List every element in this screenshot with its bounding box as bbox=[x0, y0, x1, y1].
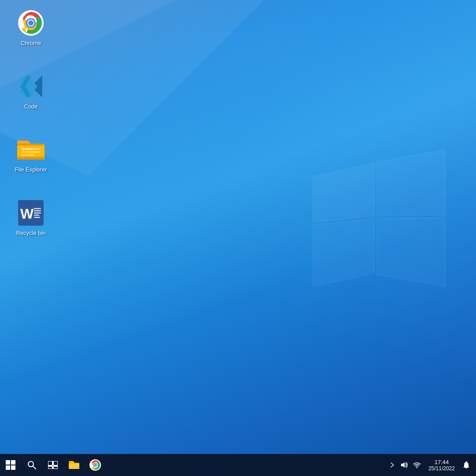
desktop: Chrome Code bbox=[0, 0, 476, 476]
clock-area[interactable]: 17:44 25/11/2022 bbox=[425, 459, 458, 472]
svg-marker-2 bbox=[313, 218, 375, 286]
wifi-icon[interactable] bbox=[413, 461, 421, 469]
recycle-bin-icon-desktop[interactable]: W Recycle bin bbox=[9, 194, 53, 240]
recycle-bin-label: Recycle bin bbox=[16, 230, 45, 237]
svg-marker-3 bbox=[377, 217, 445, 286]
volume-icon[interactable] bbox=[400, 461, 409, 469]
clock-time: 17:44 bbox=[435, 459, 449, 465]
svg-rect-32 bbox=[11, 465, 15, 470]
svg-line-34 bbox=[33, 466, 36, 469]
svg-rect-38 bbox=[53, 466, 58, 469]
svg-rect-25 bbox=[34, 210, 41, 212]
svg-rect-36 bbox=[53, 461, 58, 465]
svg-rect-28 bbox=[34, 217, 40, 218]
chrome-icon-desktop[interactable]: Chrome bbox=[9, 4, 53, 50]
svg-rect-24 bbox=[34, 208, 41, 209]
svg-point-9 bbox=[28, 20, 33, 26]
file-explorer-icon-desktop[interactable]: File Explorer bbox=[9, 131, 53, 177]
word-icon-image: W bbox=[17, 199, 45, 227]
chrome-label: Chrome bbox=[21, 40, 41, 47]
task-view-button[interactable] bbox=[42, 454, 63, 476]
notification-button[interactable] bbox=[462, 461, 471, 469]
svg-text:W: W bbox=[20, 206, 34, 222]
svg-rect-21 bbox=[17, 144, 45, 145]
vscode-icon-image bbox=[17, 72, 45, 100]
svg-marker-0 bbox=[313, 163, 375, 223]
svg-rect-17 bbox=[17, 157, 45, 160]
chrome-icon-image bbox=[17, 9, 45, 37]
file-explorer-label: File Explorer bbox=[15, 166, 47, 173]
svg-rect-29 bbox=[6, 460, 10, 465]
svg-point-44 bbox=[94, 464, 97, 466]
svg-point-46 bbox=[416, 467, 417, 469]
file-explorer-icon-image bbox=[17, 135, 45, 164]
svg-rect-30 bbox=[11, 460, 15, 465]
vscode-label: Code bbox=[24, 103, 37, 110]
search-button[interactable] bbox=[21, 454, 42, 476]
svg-rect-26 bbox=[34, 212, 41, 214]
svg-rect-31 bbox=[6, 465, 10, 470]
vscode-icon-desktop[interactable]: Code bbox=[9, 68, 53, 114]
taskbar-right: 17:44 25/11/2022 bbox=[388, 459, 476, 472]
svg-rect-27 bbox=[34, 215, 39, 216]
svg-rect-35 bbox=[48, 461, 52, 465]
taskbar-chrome-button[interactable] bbox=[85, 454, 106, 476]
show-hidden-icons-button[interactable] bbox=[388, 461, 397, 469]
taskbar-left bbox=[0, 454, 106, 476]
taskbar-file-explorer-button[interactable] bbox=[63, 454, 85, 476]
desktop-icons-area: Chrome Code bbox=[9, 4, 53, 257]
windows-logo-watermark bbox=[300, 141, 450, 291]
svg-marker-45 bbox=[401, 462, 405, 468]
svg-marker-1 bbox=[377, 150, 445, 216]
clock-date: 25/11/2022 bbox=[428, 465, 455, 472]
svg-point-33 bbox=[28, 461, 33, 467]
svg-rect-18 bbox=[22, 148, 40, 150]
start-button[interactable] bbox=[0, 454, 21, 476]
taskbar: 17:44 25/11/2022 bbox=[0, 454, 476, 476]
svg-rect-20 bbox=[22, 154, 34, 156]
svg-rect-40 bbox=[69, 464, 79, 469]
svg-rect-19 bbox=[22, 151, 40, 153]
svg-rect-37 bbox=[48, 466, 52, 469]
